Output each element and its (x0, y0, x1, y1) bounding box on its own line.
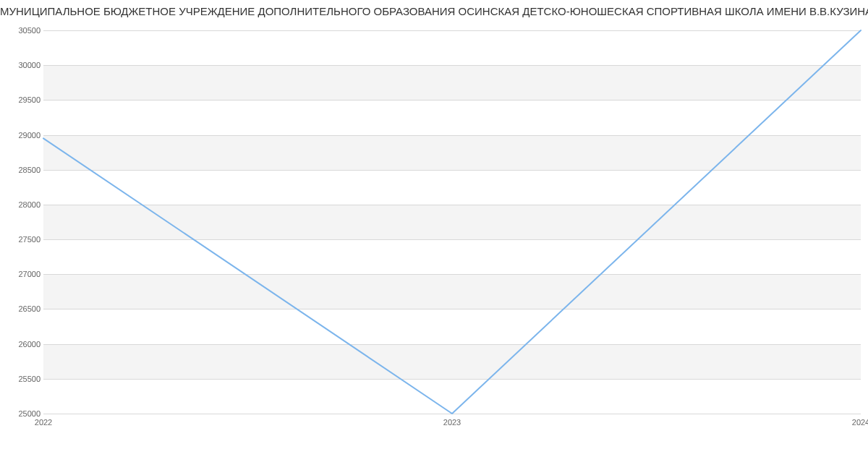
y-tick-label: 29000 (4, 131, 41, 140)
y-tick-label: 25000 (4, 409, 41, 418)
chart-wrap: 2500025500260002650027000275002800028500… (0, 22, 868, 437)
y-tick-label: 27500 (4, 235, 41, 244)
series-line (43, 30, 861, 414)
x-tick-label: 2023 (443, 418, 461, 427)
y-tick-label: 28000 (4, 200, 41, 209)
chart-title: МУНИЦИПАЛЬНОЕ БЮДЖЕТНОЕ УЧРЕЖДЕНИЕ ДОПОЛ… (0, 0, 868, 20)
chart-svg (43, 30, 861, 414)
plot-area[interactable] (43, 30, 861, 414)
y-tick-label: 26000 (4, 340, 41, 349)
y-tick-label: 26500 (4, 304, 41, 313)
y-tick-label: 30500 (4, 26, 41, 35)
x-tick-label: 2024 (852, 418, 868, 427)
y-tick-label: 27000 (4, 270, 41, 278)
y-tick-label: 30000 (4, 61, 41, 69)
y-tick-label: 29500 (4, 95, 41, 104)
y-tick-label: 28500 (4, 166, 41, 174)
x-tick-label: 2022 (35, 418, 52, 427)
y-tick-label: 25500 (4, 375, 41, 383)
